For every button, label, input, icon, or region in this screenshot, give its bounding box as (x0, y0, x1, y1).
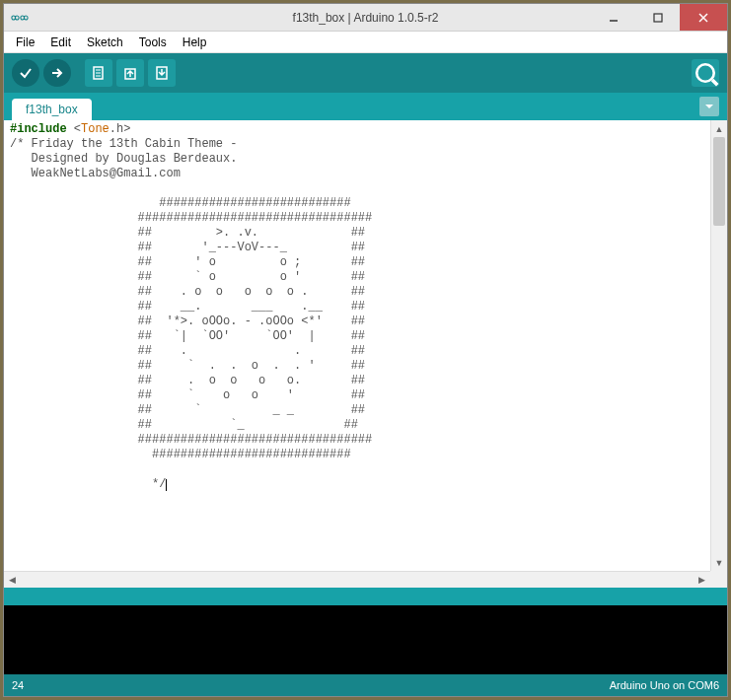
editor-content[interactable]: #include <Tone.h> /* Friday the 13th Cab… (4, 120, 710, 494)
open-sketch-button[interactable] (116, 59, 144, 87)
tab-menu-button[interactable] (699, 97, 719, 116)
menubar: File Edit Sketch Tools Help (4, 32, 727, 53)
scroll-corner (710, 571, 727, 588)
serial-monitor-button[interactable] (692, 59, 719, 87)
titlebar: f13th_box | Arduino 1.0.5-r2 (4, 4, 727, 32)
scroll-left-arrow-icon[interactable]: ◀ (4, 572, 21, 588)
maximize-button[interactable] (635, 4, 680, 31)
menu-edit[interactable]: Edit (44, 34, 77, 51)
toolbar (4, 53, 727, 93)
scroll-up-arrow-icon[interactable]: ▲ (711, 120, 727, 137)
line-number: 24 (12, 679, 24, 691)
board-port: Arduino Uno on COM6 (610, 679, 719, 691)
tabbar: f13th_box (4, 93, 727, 120)
menu-sketch[interactable]: Sketch (81, 34, 129, 51)
close-button[interactable] (680, 4, 727, 31)
minimize-button[interactable] (591, 4, 635, 31)
vertical-scrollbar[interactable]: ▲ ▼ (710, 120, 727, 571)
text-cursor (166, 479, 167, 491)
scroll-right-arrow-icon[interactable]: ▶ (694, 572, 710, 588)
window-controls (591, 4, 727, 31)
console-output[interactable] (4, 605, 727, 674)
arduino-logo-icon (10, 10, 30, 26)
keyword-include: #include (10, 122, 74, 136)
scroll-down-arrow-icon[interactable]: ▼ (711, 554, 727, 571)
code-editor[interactable]: #include <Tone.h> /* Friday the 13th Cab… (4, 120, 727, 588)
lib-name: Tone (81, 122, 110, 136)
code-body: /* Friday the 13th Cabin Theme - Designe… (10, 137, 372, 491)
svg-rect-1 (654, 14, 662, 22)
svg-point-10 (696, 64, 714, 82)
statusbar: 24 Arduino Uno on COM6 (4, 674, 727, 696)
horizontal-scrollbar[interactable]: ◀ ▶ (4, 571, 710, 588)
verify-button[interactable] (12, 59, 39, 87)
scroll-thumb[interactable] (713, 137, 725, 226)
menu-file[interactable]: File (10, 34, 40, 51)
tab-active[interactable]: f13th_box (12, 99, 92, 120)
upload-button[interactable] (43, 59, 71, 87)
svg-line-11 (712, 80, 717, 85)
new-sketch-button[interactable] (85, 59, 112, 87)
save-sketch-button[interactable] (148, 59, 176, 87)
message-bar (4, 588, 727, 605)
app-window: f13th_box | Arduino 1.0.5-r2 File Edit S… (3, 3, 728, 697)
menu-tools[interactable]: Tools (133, 34, 173, 51)
menu-help[interactable]: Help (177, 34, 213, 51)
